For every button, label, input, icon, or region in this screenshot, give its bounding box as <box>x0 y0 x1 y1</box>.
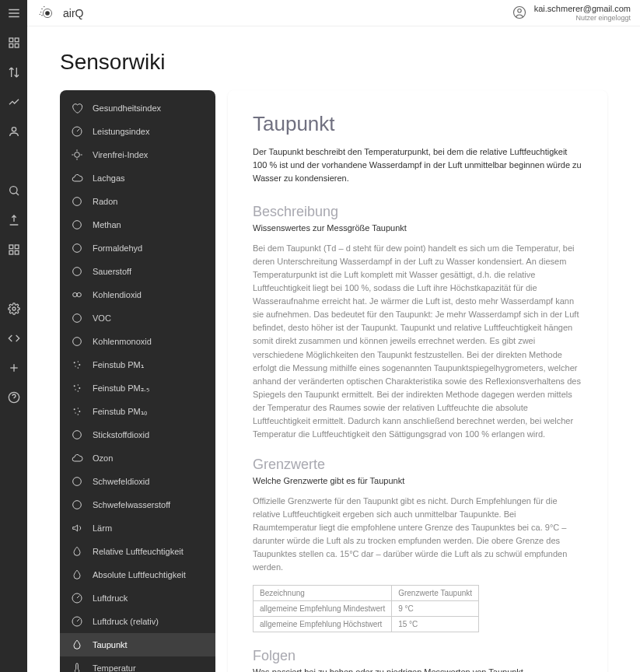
user-icon[interactable] <box>7 124 21 138</box>
settings-icon[interactable] <box>7 302 21 316</box>
sidebar-item[interactable]: Schwefeldioxid <box>60 470 215 493</box>
swap-icon[interactable] <box>7 65 21 79</box>
sidebar-item-label: Schwefeldioxid <box>93 477 149 486</box>
circle-icon <box>71 499 83 511</box>
topbar: airQ kai.schmerer@gmail.com Nutzer einge… <box>27 0 640 26</box>
sidebar-item[interactable]: Sauerstoff <box>60 260 215 283</box>
chart-icon[interactable] <box>7 95 21 109</box>
circle-icon <box>71 335 83 348</box>
avatar-icon[interactable] <box>512 5 526 19</box>
sidebar-item[interactable]: Lärm <box>60 516 215 540</box>
sidebar-item[interactable]: Feinstub PM₂.₅ <box>60 376 215 400</box>
sidebar-item[interactable]: Leistungsindex <box>60 120 215 143</box>
svg-point-46 <box>78 367 79 369</box>
virus-icon <box>71 149 83 161</box>
sidebar-item[interactable]: Ozon <box>60 446 215 470</box>
search-icon[interactable] <box>7 184 21 198</box>
svg-rect-6 <box>15 44 19 47</box>
sidebar-item-label: Lachgas <box>93 173 125 183</box>
svg-rect-13 <box>15 250 19 254</box>
plus-icon[interactable] <box>7 361 21 375</box>
code-icon[interactable] <box>7 331 21 345</box>
svg-point-8 <box>9 187 16 194</box>
sidebar-item[interactable]: Kohlenmonoxid <box>60 330 215 353</box>
svg-point-49 <box>79 387 80 389</box>
sidebar-item-label: Luftdruck (relativ) <box>93 617 159 626</box>
sidebar-item[interactable]: Stickstoffdioxid <box>60 423 215 446</box>
sidebar-item-label: Absolute Luftfeuchtigkeit <box>93 570 186 579</box>
sidebar-item[interactable]: Virenfrei-Index <box>60 143 215 166</box>
apps-icon[interactable] <box>7 243 21 257</box>
sidebar-item-label: Leistungsindex <box>93 127 149 136</box>
svg-point-43 <box>78 361 79 362</box>
svg-point-27 <box>518 9 522 13</box>
svg-rect-11 <box>15 245 19 249</box>
sidebar-item[interactable]: Taupunkt <box>60 633 215 656</box>
sidebar-item[interactable]: Luftdruck <box>60 586 215 610</box>
sidebar-item[interactable]: Temperatur <box>60 656 215 672</box>
sidebar-item-label: Feinstub PM₁ <box>93 360 144 370</box>
help-icon[interactable] <box>7 390 21 404</box>
sidebar-item-label: Radon <box>93 197 117 206</box>
logo[interactable]: airQ <box>37 2 83 24</box>
sidebar-item-label: Stickstoffdioxid <box>93 430 149 439</box>
sidebar-item-label: Schwefelwasserstoff <box>93 500 170 509</box>
svg-point-14 <box>12 307 16 310</box>
sidebar-item-label: Relative Luftfeuchtigkeit <box>93 547 184 556</box>
sidebar-item[interactable]: Lachgas <box>60 166 215 190</box>
sidebar-item[interactable]: Feinstub PM₁ <box>60 353 215 376</box>
svg-rect-12 <box>9 250 13 254</box>
td: 15 °C <box>392 617 479 632</box>
svg-point-20 <box>45 11 50 16</box>
svg-point-38 <box>73 292 77 296</box>
svg-point-44 <box>79 364 80 366</box>
circle-icon <box>71 475 83 488</box>
sidebar-item[interactable]: Methan <box>60 213 215 236</box>
grid-icon[interactable] <box>7 36 21 50</box>
svg-point-22 <box>40 11 41 12</box>
sidebar-item[interactable]: Relative Luftfeuchtigkeit <box>60 540 215 563</box>
article-intro: Der Taupunkt beschreibt den Temperaturpu… <box>253 145 582 185</box>
svg-point-59 <box>73 501 82 509</box>
svg-point-51 <box>78 390 79 392</box>
svg-rect-5 <box>9 44 13 47</box>
section-text: Bei dem Taupunkt (Td – d steht für dew p… <box>253 242 582 441</box>
gauge-icon <box>71 592 83 604</box>
user-email: kai.schmerer@gmail.com <box>534 4 631 14</box>
sidebar-item[interactable]: VOC <box>60 306 215 330</box>
sidebar-item-label: Kohlenmonoxid <box>93 337 152 346</box>
sidebar-item[interactable]: Luftdruck (relativ) <box>60 610 215 633</box>
svg-point-37 <box>73 268 82 276</box>
sidebar-item-label: Luftdruck <box>93 593 128 603</box>
menu-icon[interactable] <box>7 6 21 20</box>
svg-point-23 <box>41 15 42 16</box>
circle-icon <box>71 195 83 208</box>
section-text: Offizielle Grenzwerte für den Taupunkt g… <box>253 495 582 574</box>
brand-text: airQ <box>63 7 83 19</box>
upload-icon[interactable] <box>7 213 21 227</box>
sidebar-item[interactable]: Gesundheitsindex <box>60 96 215 120</box>
circle-icon <box>71 429 83 441</box>
svg-point-21 <box>41 8 42 9</box>
heart-icon <box>71 102 83 114</box>
sidebar-item[interactable]: Kohlendioxid <box>60 283 215 306</box>
sidebar-item[interactable]: Absolute Luftfeuchtigkeit <box>60 563 215 586</box>
thermo-icon <box>71 662 83 672</box>
co2-icon <box>71 289 83 301</box>
sidebar-item[interactable]: Radon <box>60 190 215 213</box>
svg-point-36 <box>73 244 82 253</box>
svg-rect-3 <box>9 38 13 42</box>
gauge-icon <box>71 125 83 138</box>
sidebar-item-label: Formaldehyd <box>93 243 142 253</box>
logo-icon <box>37 2 58 24</box>
circle-icon <box>71 242 83 254</box>
svg-point-45 <box>75 366 75 366</box>
sidebar-item-label: Methan <box>93 220 121 229</box>
sidebar-item-label: Lärm <box>93 523 112 533</box>
sidebar-item-label: Ozon <box>93 453 113 463</box>
td: allgemeine Empfehlung Höchstwert <box>254 617 392 632</box>
sidebar-item[interactable]: Schwefelwasserstoff <box>60 493 215 516</box>
drop-icon <box>71 569 83 581</box>
sidebar-item[interactable]: Formaldehyd <box>60 236 215 260</box>
sidebar-item[interactable]: Feinstub PM₁₀ <box>60 400 215 423</box>
